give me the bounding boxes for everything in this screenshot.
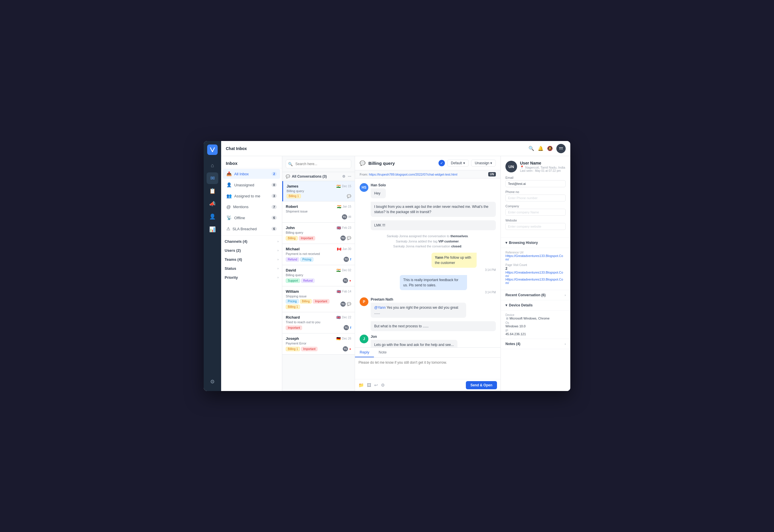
sidebar-section-status[interactable]: Status › [221, 264, 282, 273]
conv-item-william[interactable]: William 🇬🇧 Fab 14 Shipping issue Pricing… [282, 286, 355, 312]
default-button[interactable]: Default ▾ [447, 160, 469, 167]
attach-icon[interactable]: 📁 [359, 383, 364, 388]
user-avatar-top[interactable]: TT [556, 144, 566, 153]
page-url-2[interactable]: Https://Greatadventures133.Blogspot.Com/ [505, 278, 566, 285]
conv-flag: 🇬🇧 [337, 226, 341, 230]
message-bubble: But what is the next process to ...... [371, 321, 496, 331]
chat-title: Billing query [368, 161, 436, 166]
sidebar-section-users[interactable]: Users (2) › [221, 246, 282, 255]
nav-reports[interactable]: 📋 [207, 185, 218, 197]
filter-icon[interactable]: ⚙ [342, 174, 345, 178]
nav-inbox[interactable]: ✉ [207, 172, 218, 184]
ref-url[interactable]: Https://Greatadventures133.Blogspot.Com/ [505, 254, 566, 261]
phone-field[interactable] [505, 194, 566, 201]
conv-item-james[interactable]: James 🇮🇳 Dec 15 Billing query Billing 1 [282, 181, 355, 201]
search-input[interactable] [286, 160, 351, 168]
sidebar-label-assigned: Assigned to me [234, 194, 269, 198]
browsing-history-header[interactable]: ▾ Browsing History [501, 238, 570, 248]
reply-input[interactable] [355, 358, 500, 378]
email-field[interactable] [505, 180, 566, 187]
message-outgoing: Yann Ple follow up with the customer 3:1… [360, 253, 496, 272]
nav-campaigns[interactable]: 📣 [207, 198, 218, 210]
more-options-icon[interactable]: ⚙ [381, 383, 385, 388]
message-time: 3:14 PM [400, 291, 496, 294]
message-incoming: P Preetam Nath @Yann Yes you are right t… [360, 297, 496, 318]
send-button[interactable]: Send & Open [466, 381, 497, 389]
channel-icon: ● [349, 347, 351, 351]
sidebar-section-teams[interactable]: Teams (4) › [221, 255, 282, 264]
conv-tag: Pricing [286, 299, 299, 304]
conv-list-header: 💬 All Conversations (3) ⚙ ⋯ [282, 172, 355, 181]
sidebar-item-mentions[interactable]: @ Mentions 7 [223, 202, 280, 212]
top-header: Chat Inbox 🔍 🔔 🔕 TT [221, 141, 570, 156]
offline-icon: 📡 [227, 215, 232, 220]
company-field[interactable] [505, 209, 566, 216]
recent-conv-label: Recent Conversation (6) [505, 293, 545, 297]
assigned-icon: 👥 [227, 193, 232, 199]
conv-subject: Tried to reach out to you [286, 320, 351, 324]
sidebar-badge-unassigned: 0 [272, 183, 277, 187]
device-details-header[interactable]: ▾ Device Details [501, 300, 570, 310]
chevron-right-icon: › [278, 249, 279, 252]
conv-flag: 🇮🇳 [337, 205, 341, 209]
sidebar-label-offline: Offline [234, 216, 269, 220]
chevron-down-icon: ▾ [463, 161, 465, 165]
conv-item-michael[interactable]: Michael 🇨🇦 Jun 30 Payment is not receive… [282, 244, 355, 265]
nav-analytics[interactable]: 📊 [207, 224, 218, 235]
conv-date: Dec 22 [342, 316, 351, 319]
conv-date: Dec 26 [342, 337, 351, 340]
chat-bubble-icon: 💬 [347, 194, 351, 198]
conv-item-robert[interactable]: Robert 🇮🇳 Jan 15 Shipment issue TC ✉ [282, 201, 355, 223]
alerts-icon[interactable]: 🔕 [547, 146, 553, 151]
notifications-icon[interactable]: 🔔 [538, 146, 543, 151]
page-url-1[interactable]: Https://Greatadventures133.Blogspot.Com/ [505, 271, 566, 278]
right-panel: UN User Name 📍 Nagercoil, Tamil Nadu, In… [500, 156, 570, 391]
recent-conversation-header[interactable]: Recent Conversation (6) › [501, 290, 570, 300]
emoji-icon[interactable]: ↩ [374, 383, 378, 388]
user-avatar: UN [505, 161, 517, 172]
resolved-badge: ✓ [438, 160, 445, 166]
conv-name: David [286, 268, 296, 272]
device-details-content: Device 🖥 Microsoft Windows, Chrome Os Wi… [501, 310, 570, 339]
chevron-down-icon: ▾ [505, 241, 507, 245]
sidebar-section-priority[interactable]: Priority › [221, 273, 282, 282]
conv-item-joseph[interactable]: Joseph 🇩🇪 Dec 26 Payment Error Billing 1… [282, 333, 355, 355]
website-field-group: Website [505, 219, 566, 230]
conv-flag: 🇮🇳 [336, 268, 341, 272]
agent-avatar: TC [342, 214, 347, 219]
conv-tag: Important [299, 236, 315, 240]
sidebar-item-unassigned[interactable]: 👤 Unassigned 0 [223, 180, 280, 190]
sidebar-item-offline[interactable]: 📡 Offline 6 [223, 213, 280, 223]
tab-note[interactable]: Note [374, 348, 391, 357]
company-field-group: Company [505, 204, 566, 216]
conv-subject: Shipping issue [286, 294, 351, 298]
nav-home[interactable]: ⌂ [207, 160, 218, 171]
conv-name: James [287, 184, 298, 188]
ref-url-label: Reference Url [505, 251, 566, 254]
conv-subject: Billing query [286, 231, 351, 234]
priority-label: Priority [225, 275, 238, 280]
nav-contacts[interactable]: 👤 [207, 211, 218, 222]
sidebar-item-assigned-to-me[interactable]: 👥 Assigned to me 3 [223, 191, 280, 201]
conv-item-david[interactable]: David 🇮🇳 Dec 02 Billing query Support Re… [282, 265, 355, 286]
reply-tabs: Reply Note [355, 348, 500, 358]
conv-item-richard[interactable]: Richard 🇬🇧 Dec 22 Tried to reach out to … [282, 312, 355, 333]
notes-header[interactable]: Notes (4) › [501, 339, 570, 349]
message-bubble: @Yann Yes you are right the process we d… [371, 303, 466, 318]
sidebar-item-sla-breached[interactable]: ⚠ SLA Breached 6 [223, 224, 280, 234]
conv-name: John [286, 226, 295, 230]
from-label: From: [360, 173, 368, 176]
website-field[interactable] [505, 223, 566, 230]
image-icon[interactable]: 🖼 [367, 383, 371, 388]
message-bubble: Lets go with the flow and ask for the he… [371, 340, 457, 347]
tab-reply[interactable]: Reply [355, 348, 374, 357]
conv-item-john[interactable]: John 🇬🇧 Feb 23 Billing query Billing Imp… [282, 223, 355, 244]
nav-settings[interactable]: ⚙ [207, 376, 218, 388]
unassign-button[interactable]: Unassign ▾ [471, 160, 496, 167]
search-icon[interactable]: 🔍 [528, 146, 534, 151]
sidebar-section-channels[interactable]: Channels (4) › [221, 237, 282, 246]
sidebar-item-all-inbox[interactable]: 📥 All Inbox 2 [223, 169, 280, 179]
from-url[interactable]: https://trupesh789.blogspot.com/2022/07/… [369, 173, 457, 176]
email-label: Email [505, 176, 566, 179]
more-icon[interactable]: ⋯ [348, 174, 351, 178]
